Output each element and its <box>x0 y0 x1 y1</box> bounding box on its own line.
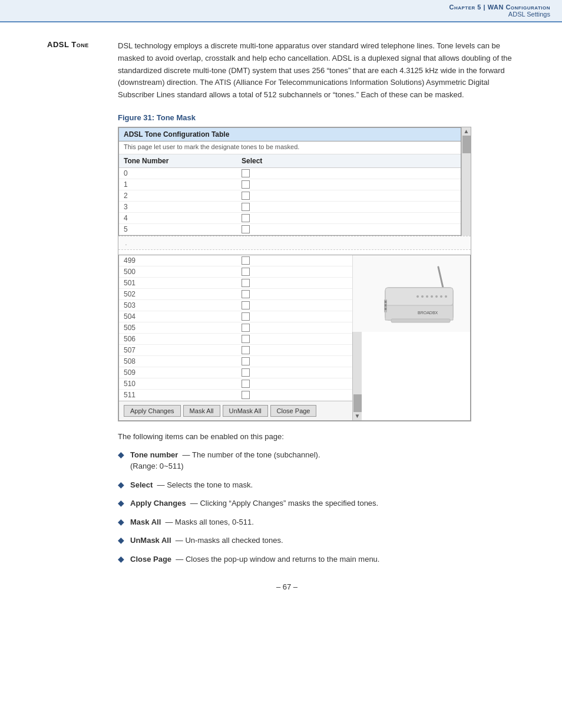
tone-checkbox-3[interactable] <box>242 203 250 211</box>
tone-checkbox-502[interactable] <box>242 290 250 298</box>
tone-table-title: ADSL Tone Configuration Table <box>119 128 461 141</box>
table-row: 5 <box>119 224 461 235</box>
chapter-text: Chapter 5 <box>449 4 481 11</box>
desc-text-apply-changes: Apply Changes — Clicking “Apply Changes”… <box>130 498 378 509</box>
tone-num-501: 501 <box>124 279 242 287</box>
svg-rect-15 <box>385 308 386 310</box>
desc-term-close-page: Close Page <box>130 555 171 564</box>
tone-checkbox-503[interactable] <box>242 301 250 309</box>
router-image: BROADBX <box>362 261 462 326</box>
bullet-diamond-3: ◆ <box>118 498 124 508</box>
tone-checkbox-508[interactable] <box>242 357 250 365</box>
tone-table-top: ADSL Tone Configuration Table This page … <box>118 127 461 236</box>
svg-rect-13 <box>385 301 386 303</box>
table-row: 3 <box>119 202 461 213</box>
unmask-all-button[interactable]: UnMask All <box>223 405 268 417</box>
header-right: Chapter 5 | WAN Configuration ADSL Setti… <box>449 4 550 18</box>
bullet-diamond-4: ◆ <box>118 517 124 526</box>
table-row: 503 <box>119 300 352 311</box>
svg-point-8 <box>435 295 438 298</box>
tone-checkbox-504[interactable] <box>242 312 250 321</box>
bullet-diamond-6: ◆ <box>118 554 124 564</box>
tone-num-502: 502 <box>124 290 242 298</box>
tone-table-columns: Tone Number Select <box>119 154 461 168</box>
tone-checkbox-510[interactable] <box>242 380 250 388</box>
svg-rect-16 <box>391 319 450 322</box>
svg-point-9 <box>440 295 442 298</box>
scrollbar-bottom[interactable]: ▼ <box>352 332 362 420</box>
tone-checkbox-501[interactable] <box>242 279 250 287</box>
table-row: 502 <box>119 289 352 300</box>
desc-item-unmask-all: ◆ UnMask All — Un-masks all checked tone… <box>118 535 527 546</box>
tone-checkbox-1[interactable] <box>242 180 250 189</box>
scrollbar-thumb-top[interactable] <box>462 136 471 153</box>
tone-num-509: 509 <box>124 368 242 377</box>
tone-num-510: 510 <box>124 380 242 388</box>
tone-num-0: 0 <box>124 169 242 177</box>
tone-num-499: 499 <box>124 256 242 265</box>
figure-caption: Figure 31: Tone Mask <box>118 113 527 122</box>
desc-term-mask-all: Mask All <box>130 518 161 526</box>
page-header: Chapter 5 | WAN Configuration ADSL Setti… <box>0 0 562 22</box>
tone-checkbox-509[interactable] <box>242 368 250 377</box>
tone-table-top-section: ADSL Tone Configuration Table This page … <box>118 127 471 236</box>
tone-checkbox-500[interactable] <box>242 268 250 276</box>
tone-checkbox-2[interactable] <box>242 192 250 200</box>
desc-term-unmask-all: UnMask All <box>130 536 171 545</box>
table-row: 508 <box>119 356 352 367</box>
adsl-tone-section: ADSL Tone DSL technology employs a discr… <box>47 40 527 101</box>
scroll-down-arrow[interactable]: ▼ <box>355 413 361 420</box>
tone-num-511: 511 <box>124 391 242 399</box>
svg-point-10 <box>445 295 447 298</box>
svg-point-7 <box>431 295 433 298</box>
chapter-label: Chapter 5 | WAN Configuration <box>449 4 550 11</box>
scrollbar-thumb-bottom[interactable] <box>353 394 362 412</box>
table-row: 499 <box>119 255 352 266</box>
tone-num-2: 2 <box>124 192 242 200</box>
table-row: 505 <box>119 322 352 334</box>
tone-checkbox-507[interactable] <box>242 346 250 354</box>
tone-checkbox-505[interactable] <box>242 324 250 332</box>
tone-num-503: 503 <box>124 301 242 309</box>
tone-table-screenshot: ADSL Tone Configuration Table This page … <box>118 127 471 421</box>
tone-checkbox-499[interactable] <box>242 256 250 265</box>
svg-rect-14 <box>385 304 386 307</box>
bullet-diamond-1: ◆ <box>118 450 124 459</box>
tone-table-bottom-section: 499 500 501 502 503 <box>118 255 471 421</box>
desc-term-tone-number: Tone number <box>130 450 178 459</box>
desc-term-apply-changes: Apply Changes <box>130 499 186 508</box>
chapter-separator: | <box>484 4 488 11</box>
scrollbar-top[interactable]: ▲ <box>461 127 471 236</box>
scroll-up-arrow[interactable]: ▲ <box>464 127 470 134</box>
section2-text: ADSL Settings <box>449 11 550 18</box>
desc-text-tone-number: Tone number — The number of the tone (su… <box>130 449 320 472</box>
tone-num-505: 505 <box>124 324 242 332</box>
table-row: 0 <box>119 168 461 179</box>
tone-num-504: 504 <box>124 312 242 321</box>
tone-checkbox-511[interactable] <box>242 391 250 399</box>
table-row: 511 <box>119 390 352 401</box>
desc-text-select: Select — Selects the tone to mask. <box>130 479 253 491</box>
tone-num-508: 508 <box>124 357 242 365</box>
apply-changes-button[interactable]: Apply Changes <box>124 405 181 417</box>
page-number: – 67 – <box>47 582 527 603</box>
tone-checkbox-4[interactable] <box>242 214 250 222</box>
desc-term-select: Select <box>130 480 153 489</box>
table-row: 507 <box>119 345 352 356</box>
description-section: The following items can be enabled on th… <box>118 432 527 565</box>
tone-num-507: 507 <box>124 346 242 354</box>
tone-num-500: 500 <box>124 268 242 276</box>
tone-num-3: 3 <box>124 203 242 211</box>
adsl-tone-label: ADSL Tone <box>47 40 118 101</box>
close-page-button[interactable]: Close Page <box>270 405 317 417</box>
desc-item-tone-number: ◆ Tone number — The number of the tone (… <box>118 449 527 472</box>
tone-num-506: 506 <box>124 335 242 343</box>
tone-checkbox-5[interactable] <box>242 225 250 233</box>
svg-text:BROADBX: BROADBX <box>418 311 438 315</box>
svg-point-5 <box>421 295 424 298</box>
table-row: 501 <box>119 278 352 289</box>
tone-checkbox-506[interactable] <box>242 335 250 343</box>
mask-all-button[interactable]: Mask All <box>183 405 220 417</box>
tone-checkbox-0[interactable] <box>242 169 250 177</box>
table-row: 2 <box>119 190 461 202</box>
